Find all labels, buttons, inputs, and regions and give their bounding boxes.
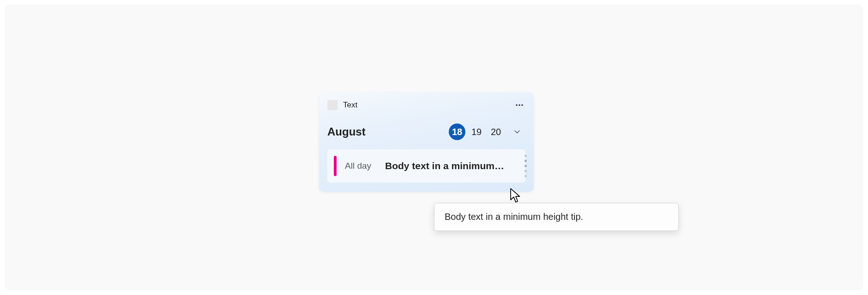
event-body-text: Body text in a minimum… [385, 160, 519, 171]
event-item[interactable]: All day Body text in a minimum… [327, 149, 525, 183]
canvas: Text August 18 19 20 All day [5, 5, 863, 290]
expand-days-button[interactable] [509, 124, 525, 140]
tooltip: Body text in a minimum height tip. [434, 203, 679, 231]
day-option[interactable]: 18 [449, 124, 465, 140]
month-label: August [327, 125, 446, 138]
more-button[interactable] [513, 99, 525, 111]
day-option[interactable]: 20 [488, 124, 504, 140]
svg-point-2 [521, 104, 523, 106]
calendar-widget: Text August 18 19 20 All day [319, 92, 534, 192]
widget-app-icon [327, 100, 338, 110]
ellipsis-icon [515, 104, 524, 106]
chevron-down-icon [513, 128, 521, 136]
svg-point-0 [516, 104, 518, 106]
widget-title: Text [343, 100, 513, 110]
tooltip-text: Body text in a minimum height tip. [445, 212, 583, 222]
widget-header: Text [327, 99, 525, 112]
month-row: August 18 19 20 [327, 123, 525, 141]
day-option[interactable]: 19 [468, 124, 485, 140]
scroll-grip-icon[interactable] [524, 155, 527, 177]
event-accent-bar [334, 156, 337, 176]
svg-point-1 [518, 104, 520, 106]
event-time-label: All day [345, 161, 371, 171]
